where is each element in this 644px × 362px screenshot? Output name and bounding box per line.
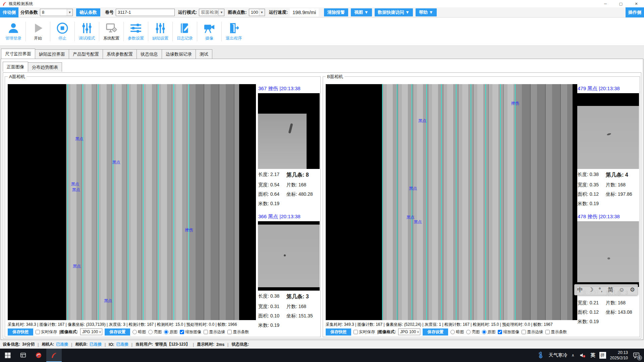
ime-halfwidth-button[interactable]: ☽: [588, 286, 593, 293]
ribbon-button-sliders-v2[interactable]: 缺陷设置: [148, 19, 172, 44]
缩放图像-input[interactable]: [180, 330, 184, 334]
checkbox-显示边缘[interactable]: 显示边缘: [204, 329, 225, 335]
ribbon-button-stop[interactable]: 停止: [50, 19, 74, 44]
chart-points-select[interactable]: 100 ▼: [249, 9, 265, 16]
realtime-save-input[interactable]: [36, 330, 40, 334]
save-settings-button[interactable]: 保存设置: [105, 328, 130, 336]
checkbox-显示边缘[interactable]: 显示边缘: [522, 329, 543, 335]
defect-card[interactable]: 478 挫伤 |20:13:38长度: 0.57第几条: 3宽度: 0.21片数…: [577, 213, 639, 326]
ribbon-button-monitor-gear[interactable]: 系统配置: [99, 19, 123, 44]
ribbon-button-label: 日志记录: [177, 36, 193, 41]
realtime-save-input[interactable]: [354, 330, 358, 334]
ime-indicator[interactable]: 拼: [599, 352, 606, 359]
checkbox-显示条数[interactable]: 显示条数: [545, 329, 567, 335]
tab-系统参数配置[interactable]: 系统参数配置: [103, 49, 137, 59]
暗图-input[interactable]: [132, 330, 137, 334]
task-view-button[interactable]: [15, 349, 31, 362]
operate-side-button[interactable]: 操作侧: [626, 7, 644, 17]
原图-input[interactable]: [164, 330, 168, 334]
ime-punctuation-button[interactable]: °,: [599, 287, 603, 293]
strip-boundary-line: [456, 84, 457, 320]
defect-stats: 长度: 2.17第几条: 8宽度: 0.54片数: 168面积: 0.64坐标:…: [258, 169, 320, 208]
tab-状态信息[interactable]: 状态信息: [137, 49, 162, 59]
checkbox-缩放图像[interactable]: 缩放图像: [180, 329, 201, 335]
radio-亮图[interactable]: 亮图: [148, 329, 162, 335]
ribbon-button-play[interactable]: 开始: [26, 19, 50, 44]
checkbox-缩放图像[interactable]: 缩放图像: [498, 329, 519, 335]
tab-缺陷监控界面[interactable]: 缺陷监控界面: [35, 49, 69, 59]
split-count-select[interactable]: 8 ▼: [40, 9, 73, 16]
暗图-input[interactable]: [450, 330, 455, 334]
radio-原图[interactable]: 原图: [482, 329, 495, 335]
notification-center-button[interactable]: 6: [632, 351, 641, 359]
realtime-save-checkbox[interactable]: 实时保存: [354, 329, 375, 335]
ribbon-button-exit-door[interactable]: 退出程序: [222, 19, 246, 44]
defect-card[interactable]: 367 挫伤 |20:13:38 长度: 2.17第几条: 8宽度: 0.54片…: [258, 85, 320, 208]
ribbon-button-video-camera[interactable]: 摄像: [197, 19, 221, 44]
checkbox-显示条数[interactable]: 显示条数: [227, 329, 249, 335]
volume-muted-icon[interactable]: [579, 349, 587, 362]
maximize-button[interactable]: ▢: [613, 0, 629, 7]
radio-亮图[interactable]: 亮图: [466, 329, 480, 335]
confirm-count-button[interactable]: 确认条数: [76, 8, 100, 16]
subtab-分布趋势图表[interactable]: 分布趋势图表: [28, 62, 62, 72]
drive-side-button[interactable]: 传动侧: [0, 7, 18, 17]
radio-原图[interactable]: 原图: [164, 329, 177, 335]
camera-b-image[interactable]: 挫伤黑点黑点黑点黑点: [326, 84, 577, 320]
film-strips-bright: [66, 84, 189, 320]
help-menu-button[interactable]: 帮助 ▼: [416, 8, 436, 16]
save-snapshot-button[interactable]: 保存快照: [326, 328, 351, 336]
radio-暗图[interactable]: 暗图: [450, 329, 464, 335]
language-indicator[interactable]: 英: [591, 352, 595, 358]
ime-lang-button[interactable]: 中: [577, 286, 583, 294]
roll-number-input[interactable]: 3117-1: [116, 9, 175, 16]
realtime-save-checkbox[interactable]: 实时保存: [36, 329, 57, 335]
view-menu-button[interactable]: 视图 ▼: [351, 8, 372, 16]
tray-expand-chevron[interactable]: ∧: [572, 353, 575, 358]
ribbon-button-user[interactable]: 管理登录: [1, 19, 25, 44]
tab-测试[interactable]: 测试: [196, 49, 212, 59]
save-settings-button[interactable]: 保存设置: [423, 328, 448, 336]
ribbon-button-sliders-v[interactable]: 调试模式: [75, 19, 99, 44]
image-format-select[interactable]: JPG 100∨: [398, 328, 420, 335]
亮图-input[interactable]: [466, 330, 471, 334]
原图-input[interactable]: [482, 330, 486, 334]
active-app-icon[interactable]: [46, 349, 62, 362]
显示边缘-input[interactable]: [522, 330, 526, 334]
save-snapshot-button[interactable]: 保存快照: [8, 328, 33, 336]
defect-thumbnail-image: [577, 221, 639, 287]
statusbar-value: 已连接: [90, 342, 102, 347]
显示条数-input[interactable]: [227, 330, 232, 334]
start-button[interactable]: [0, 349, 15, 362]
image-format-select[interactable]: JPG 100∨: [80, 328, 102, 335]
ime-settings-gear-icon[interactable]: ⚙: [630, 286, 635, 293]
ime-emoji-button[interactable]: ☺: [619, 287, 625, 293]
subtab-正面图像[interactable]: 正面图像: [3, 62, 28, 72]
defect-card[interactable]: 366 黑点 |20:13:38长度: 0.38第几条: 3宽度: 0.31片数…: [258, 213, 320, 330]
close-button[interactable]: ✕: [629, 0, 644, 7]
thumb-defect-mark: [607, 133, 611, 136]
radio-暗图[interactable]: 暗图: [132, 329, 146, 335]
run-mode-select[interactable]: 双面检测 ▼: [199, 9, 224, 16]
显示条数-input[interactable]: [545, 330, 550, 334]
ribbon-button-log-book[interactable]: 日志记录: [173, 19, 197, 44]
minimize-button[interactable]: ─: [598, 0, 613, 7]
tab-边缘数据记录[interactable]: 边缘数据记录: [162, 49, 196, 59]
pinned-app-icon[interactable]: [31, 349, 46, 362]
weather-text[interactable]: 天气寒冷: [549, 352, 568, 358]
strip-boundary-line: [382, 84, 383, 320]
clear-alarm-button[interactable]: 清除报警: [324, 8, 348, 16]
run-speed-value: 198.9m/mi: [290, 8, 319, 16]
ribbon-button-sliders-h[interactable]: 参数设置: [124, 19, 148, 44]
tab-尺寸监控界面[interactable]: 尺寸监控界面: [1, 49, 35, 59]
显示边缘-input[interactable]: [204, 330, 208, 334]
亮图-input[interactable]: [148, 330, 153, 334]
data-quick-access-menu-button[interactable]: 数据快捷访问 ▼: [375, 8, 413, 16]
tab-产品型号配置[interactable]: 产品型号配置: [69, 49, 103, 59]
ribbon-button-label: 调试模式: [79, 36, 95, 41]
camera-a-image[interactable]: 黑点黑点黑点黑点挫伤黑点黑点: [8, 84, 256, 320]
defect-card[interactable]: 479 黑点 |20:13:38长度: 0.38第几条: 4宽度: 0.35片数…: [577, 85, 639, 208]
taskbar-clock[interactable]: 20:13 2025/2/10: [610, 350, 628, 361]
ime-simplified-button[interactable]: 简: [608, 286, 613, 294]
缩放图像-input[interactable]: [498, 330, 502, 334]
